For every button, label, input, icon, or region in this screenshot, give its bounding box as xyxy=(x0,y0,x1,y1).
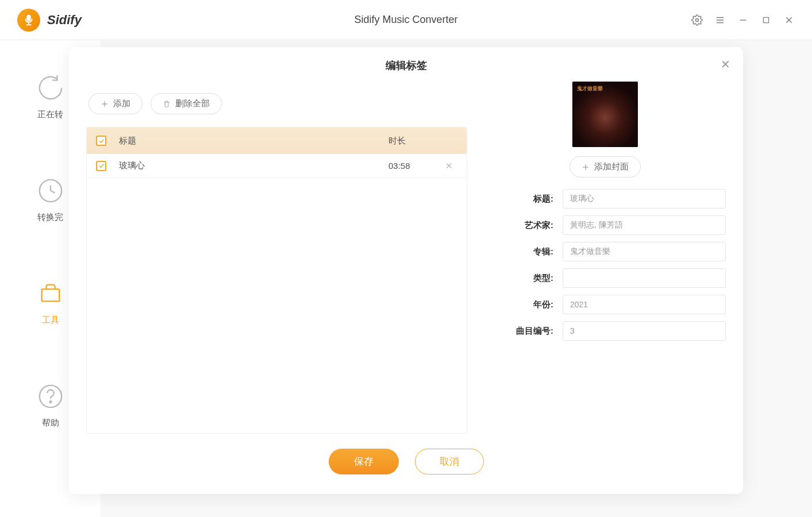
row-remove-icon[interactable]: ✕ xyxy=(440,161,457,171)
header-checkbox[interactable] xyxy=(96,136,119,146)
plus-icon xyxy=(101,100,109,108)
menu-icon[interactable] xyxy=(714,14,726,26)
toolbar: 添加 删除全部 xyxy=(86,82,467,127)
app-title: Sidify Music Converter xyxy=(354,14,457,26)
header-duration: 时长 xyxy=(388,136,440,146)
form-row-genre: 类型: xyxy=(484,268,726,288)
form-row-album: 专辑: xyxy=(484,242,726,261)
label-album: 专辑: xyxy=(484,246,553,257)
row-title: 玻璃心 xyxy=(119,160,388,171)
svg-point-13 xyxy=(49,401,51,403)
sidebar-item-converting[interactable]: 正在转 xyxy=(37,75,64,120)
modal-header: 编辑标签 ✕ xyxy=(69,47,743,82)
left-pane: 添加 删除全部 标题 时长 xyxy=(86,82,467,434)
label-title: 标题: xyxy=(484,194,553,205)
svg-point-0 xyxy=(696,18,699,21)
maximize-icon[interactable] xyxy=(760,14,772,26)
modal-title: 编辑标签 xyxy=(69,59,743,72)
right-pane: 鬼才做音樂 添加封面 标题: 艺术家: 专辑: xyxy=(484,82,726,434)
form-row-year: 年份: xyxy=(484,295,726,314)
input-title[interactable] xyxy=(563,189,726,209)
form-row-artist: 艺术家: xyxy=(484,215,726,235)
titlebar-left: Sidify xyxy=(17,9,82,32)
svg-rect-5 xyxy=(763,17,768,22)
table-header: 标题 时长 xyxy=(87,128,467,154)
edit-tags-modal: 编辑标签 ✕ 添加 删除全部 标题 时长 xyxy=(69,47,743,494)
add-button[interactable]: 添加 xyxy=(88,93,143,114)
form-row-track: 曲目编号: xyxy=(484,321,726,341)
sidebar-label: 工具 xyxy=(42,315,59,326)
modal-body: 添加 删除全部 标题 时长 xyxy=(69,82,743,434)
tag-form: 标题: 艺术家: 专辑: 类型: 年份: xyxy=(484,189,726,341)
app-logo xyxy=(17,9,40,32)
delete-all-label: 删除全部 xyxy=(175,98,210,109)
titlebar: Sidify Sidify Music Converter xyxy=(0,0,812,40)
row-checkbox[interactable] xyxy=(96,161,119,171)
cancel-button[interactable]: 取消 xyxy=(415,449,484,474)
sidebar-label: 正在转 xyxy=(37,109,63,120)
label-year: 年份: xyxy=(484,299,553,310)
svg-line-10 xyxy=(51,191,55,193)
sidebar-item-tools[interactable]: 工具 xyxy=(37,280,64,326)
input-artist[interactable] xyxy=(563,215,726,235)
sidebar-label: 转换完 xyxy=(37,212,63,223)
sidebar-label: 帮助 xyxy=(42,418,59,429)
delete-all-button[interactable]: 删除全部 xyxy=(151,93,222,114)
titlebar-right xyxy=(691,14,795,26)
save-button[interactable]: 保存 xyxy=(329,449,399,474)
settings-icon[interactable] xyxy=(691,14,703,26)
sidebar-item-help[interactable]: 帮助 xyxy=(37,383,64,429)
add-cover-label: 添加封面 xyxy=(594,161,629,172)
plus-icon xyxy=(582,163,590,171)
label-track: 曲目编号: xyxy=(484,326,553,337)
app-name: Sidify xyxy=(47,13,82,28)
table-row[interactable]: 玻璃心 03:58 ✕ xyxy=(87,154,467,178)
add-cover-button[interactable]: 添加封面 xyxy=(569,156,641,178)
minimize-icon[interactable] xyxy=(737,14,749,26)
input-genre[interactable] xyxy=(563,268,726,288)
trash-icon xyxy=(163,100,171,108)
sidebar-item-converted[interactable]: 转换完 xyxy=(37,178,64,223)
input-track[interactable] xyxy=(563,321,726,341)
form-row-title: 标题: xyxy=(484,189,726,209)
modal-close-icon[interactable]: ✕ xyxy=(721,57,730,71)
close-icon[interactable] xyxy=(783,14,795,26)
album-cover: 鬼才做音樂 xyxy=(572,82,638,147)
add-label: 添加 xyxy=(113,98,130,109)
svg-rect-11 xyxy=(41,289,59,301)
header-title: 标题 xyxy=(119,136,388,146)
label-genre: 类型: xyxy=(484,273,553,284)
input-album[interactable] xyxy=(563,242,726,261)
input-year[interactable] xyxy=(563,295,726,314)
modal-footer: 保存 取消 xyxy=(69,434,743,494)
row-duration: 03:58 xyxy=(388,161,440,171)
label-artist: 艺术家: xyxy=(484,220,553,231)
track-table: 标题 时长 玻璃心 03:58 ✕ xyxy=(86,127,467,434)
